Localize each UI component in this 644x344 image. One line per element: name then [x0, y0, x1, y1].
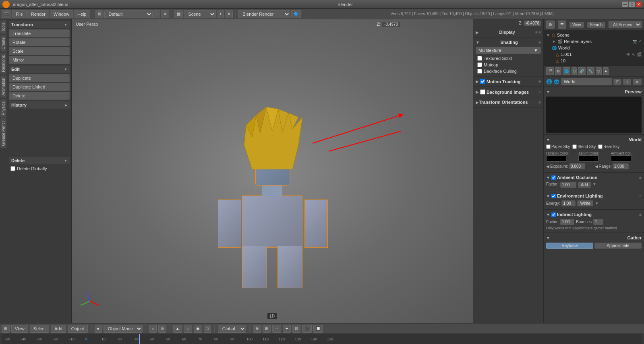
scene-props-btn[interactable]: ⚙	[555, 67, 561, 75]
il-header[interactable]: ▼ Indirect Lighting ≡	[546, 211, 642, 218]
translate-button[interactable]: Translate	[9, 29, 70, 37]
el-energy-input[interactable]	[561, 200, 576, 206]
create-tab[interactable]: Create	[0, 35, 6, 52]
world-item[interactable]: 🌐 World	[544, 45, 644, 51]
snap-btn5[interactable]: ⊡	[292, 325, 300, 333]
del-scene-btn[interactable]: ✕	[225, 10, 233, 18]
outliner-icon-btn[interactable]: ☰	[558, 21, 566, 29]
view-btn[interactable]: View	[569, 22, 584, 28]
viewport[interactable]: User Persp Z: -0.4978	[72, 19, 473, 323]
ambient-color-swatch[interactable]	[611, 155, 631, 162]
world-del-btn[interactable]: ✕	[633, 79, 642, 85]
scale-button[interactable]: Scale	[9, 47, 70, 55]
raytrace-btn[interactable]: Raytrace	[546, 243, 593, 249]
real-sky-checkbox[interactable]	[598, 144, 603, 149]
scenes-filter-select[interactable]: All Scenes	[609, 21, 642, 28]
motion-tracking-header[interactable]: ▶ Motion Tracking ≡	[476, 78, 541, 85]
pivot-btn2[interactable]: ⊙	[158, 325, 166, 333]
object-menu-btn[interactable]: Object	[68, 325, 88, 333]
select-menu-btn[interactable]: Select	[30, 325, 50, 333]
ao-header[interactable]: ▼ Ambient Occlusion ≡	[546, 174, 642, 181]
snap-btn7[interactable]: 🔲	[313, 325, 323, 333]
add-screen-btn[interactable]: +	[153, 10, 161, 18]
grease-pencil-tab[interactable]: Grease Pencil	[0, 118, 6, 148]
snap-btn3[interactable]: ↔	[272, 325, 281, 333]
snap-btn1[interactable]: ⊕	[253, 325, 261, 333]
il-checkbox[interactable]	[551, 212, 556, 217]
file-menu[interactable]: File	[12, 10, 27, 18]
gather-header[interactable]: ▼ Gather	[546, 235, 642, 241]
mirror-button[interactable]: Mirror	[9, 56, 70, 64]
shading-btn2[interactable]: ☆	[184, 325, 192, 333]
el-checkbox[interactable]	[551, 194, 556, 198]
mode-icon[interactable]: ●	[95, 325, 102, 333]
obj2-item[interactable]: △ 10	[544, 58, 644, 64]
props-icon-btn[interactable]: ⚙	[546, 21, 555, 29]
ao-factor-input[interactable]	[560, 182, 576, 188]
delete-section-header[interactable]: Delete ▼	[9, 157, 70, 164]
duplicate-linked-button[interactable]: Duplicate Linked	[9, 83, 70, 91]
help-menu[interactable]: Help	[74, 10, 90, 18]
backface-culling-checkbox[interactable]	[477, 69, 482, 74]
world-props-btn[interactable]: 🌐	[563, 67, 570, 75]
view-menu-btn[interactable]: View	[11, 325, 28, 333]
history-header[interactable]: History ▶	[9, 101, 70, 109]
matcap-checkbox[interactable]	[477, 62, 482, 67]
snap-btn6[interactable]: 🎥	[302, 325, 312, 333]
scene-item[interactable]: ▼ ⬡ Scene	[544, 32, 644, 38]
window-menu[interactable]: Window	[50, 10, 73, 18]
data-props-btn[interactable]: ▽	[596, 67, 602, 75]
delete-button[interactable]: Delete	[9, 92, 70, 100]
world-section-header[interactable]: ▼ World	[546, 136, 642, 143]
blend-sky-checkbox[interactable]	[572, 144, 577, 149]
shading-btn3[interactable]: ◉	[194, 325, 202, 333]
snap-btn4[interactable]: ✦	[283, 325, 291, 333]
exposure-input[interactable]	[569, 163, 585, 169]
workspace-select[interactable]: Default	[104, 10, 153, 18]
timeline-ruler[interactable]: -50 -40 -30 -20 -10 0 10 20 30 40 50 60 …	[2, 334, 642, 344]
pivot-btn[interactable]: ○	[149, 325, 157, 333]
bg-images-header[interactable]: ▶ Background Images ≡	[476, 89, 541, 95]
object-props-btn[interactable]: □	[572, 67, 577, 75]
relations-tab[interactable]: Relations	[0, 53, 6, 74]
renderlayers-item[interactable]: ▼ 🎬 RenderLayers 📷 ✓	[544, 38, 644, 45]
edit-header[interactable]: Edit ▼	[9, 66, 70, 73]
horizon-color-swatch[interactable]	[546, 155, 566, 162]
physics-tab[interactable]: Physics	[0, 99, 6, 117]
shading-header[interactable]: ▼ Shading ≡	[476, 39, 541, 45]
il-bounces-input[interactable]	[593, 219, 603, 225]
orientation-select[interactable]: Global	[218, 325, 246, 333]
remove-screen-btn[interactable]: ✕	[161, 10, 169, 18]
el-color-btn[interactable]: White	[577, 200, 593, 206]
close-button[interactable]: ✕	[636, 2, 642, 7]
view-icon-btn[interactable]: ⊞	[2, 325, 10, 333]
world-add-btn[interactable]: +	[623, 79, 631, 85]
preview-header[interactable]: ▼ Preview	[546, 89, 642, 95]
shading-btn1[interactable]: ▲	[173, 325, 182, 333]
ao-checkbox[interactable]	[551, 175, 556, 180]
shading-mode-dropdown[interactable]: Multitexture ▼	[476, 47, 541, 54]
render-icon-btn[interactable]: 🎬	[2, 10, 11, 18]
bg-images-checkbox[interactable]	[480, 89, 485, 95]
add-menu-btn[interactable]: Add	[51, 325, 66, 333]
duplicate-button[interactable]: Duplicate	[9, 74, 70, 82]
render-engine-select[interactable]: Blender Render	[238, 10, 290, 18]
shading-btn4[interactable]: □	[204, 325, 211, 333]
animation-tab[interactable]: Animation	[0, 75, 6, 98]
delete-globally-checkbox[interactable]	[10, 166, 15, 171]
ao-add-btn[interactable]: Add	[578, 182, 591, 188]
screen-icon[interactable]: ⊞	[95, 10, 104, 18]
snap-btn2[interactable]: ⊞	[263, 325, 271, 333]
textured-solid-checkbox[interactable]	[477, 56, 482, 61]
approximate-btn[interactable]: Approximate	[594, 243, 642, 249]
constraints-btn[interactable]: 🔗	[578, 67, 586, 75]
world-f-btn[interactable]: F	[613, 79, 621, 85]
material-props-btn[interactable]: ●	[603, 67, 608, 75]
rotate-button[interactable]: Rotate	[9, 38, 70, 46]
search-btn[interactable]: Search	[587, 22, 606, 28]
motion-tracking-checkbox[interactable]	[480, 79, 485, 84]
transform-orientations-header[interactable]: ▶ Transform Orientations ≡	[476, 99, 541, 105]
world-selector-dropdown[interactable]: World	[561, 78, 612, 85]
paper-sky-checkbox[interactable]	[546, 144, 551, 149]
range-input[interactable]	[613, 163, 629, 169]
